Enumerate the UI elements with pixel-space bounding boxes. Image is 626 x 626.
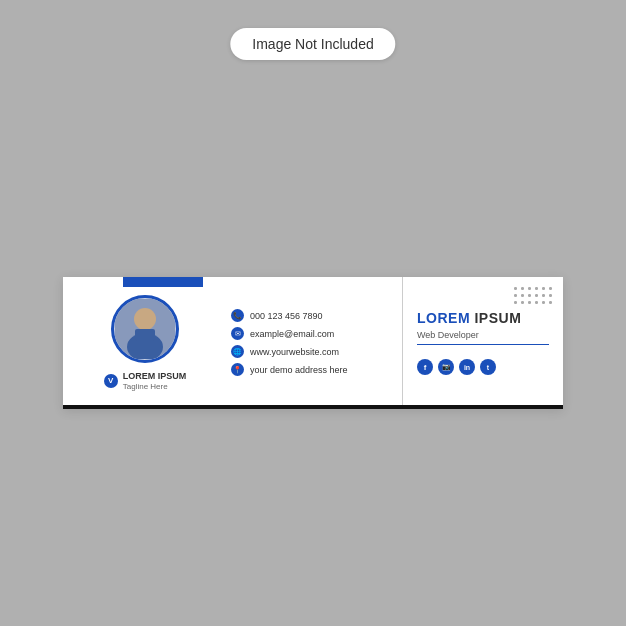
email-signature-card: V LOREM IPSUM Tagline Here 📞 000 123 456… bbox=[63, 277, 563, 409]
right-title: Web Developer bbox=[417, 330, 549, 345]
email-icon: ✉ bbox=[231, 327, 244, 340]
svg-point-1 bbox=[134, 308, 156, 330]
card-middle-section: 📞 000 123 456 7890 ✉ example@email.com 🌐… bbox=[223, 277, 403, 409]
contact-email: ✉ example@email.com bbox=[231, 327, 392, 340]
contact-phone: 📞 000 123 456 7890 bbox=[231, 309, 392, 322]
twitter-icon[interactable]: t bbox=[480, 359, 496, 375]
address-text: your demo address here bbox=[250, 365, 348, 375]
email-text: example@email.com bbox=[250, 329, 334, 339]
phone-text: 000 123 456 7890 bbox=[250, 311, 323, 321]
right-name-blue: LOREM bbox=[417, 310, 470, 326]
contact-website: 🌐 www.yourwebsite.com bbox=[231, 345, 392, 358]
social-icons-row: f 📷 in t bbox=[417, 359, 549, 375]
svg-rect-3 bbox=[135, 329, 155, 341]
right-person-name: LOREM IPSUM bbox=[417, 310, 549, 326]
person-name-block: V LOREM IPSUM Tagline Here bbox=[104, 371, 187, 391]
logo-icon: V bbox=[104, 374, 118, 388]
website-text: www.yourwebsite.com bbox=[250, 347, 339, 357]
linkedin-icon[interactable]: in bbox=[459, 359, 475, 375]
card-left-section: V LOREM IPSUM Tagline Here bbox=[63, 277, 223, 409]
right-name-rest: IPSUM bbox=[470, 310, 521, 326]
phone-icon: 📞 bbox=[231, 309, 244, 322]
contact-address: 📍 your demo address here bbox=[231, 363, 392, 376]
instagram-icon[interactable]: 📷 bbox=[438, 359, 454, 375]
bottom-black-bar bbox=[63, 405, 563, 409]
avatar bbox=[111, 295, 179, 363]
image-not-included-badge: Image Not Included bbox=[230, 28, 395, 60]
web-icon: 🌐 bbox=[231, 345, 244, 358]
card-right-section: LOREM IPSUM Web Developer f 📷 in t bbox=[403, 277, 563, 409]
facebook-icon[interactable]: f bbox=[417, 359, 433, 375]
tagline: Tagline Here bbox=[123, 382, 187, 391]
person-name: LOREM IPSUM bbox=[123, 371, 187, 382]
location-icon: 📍 bbox=[231, 363, 244, 376]
